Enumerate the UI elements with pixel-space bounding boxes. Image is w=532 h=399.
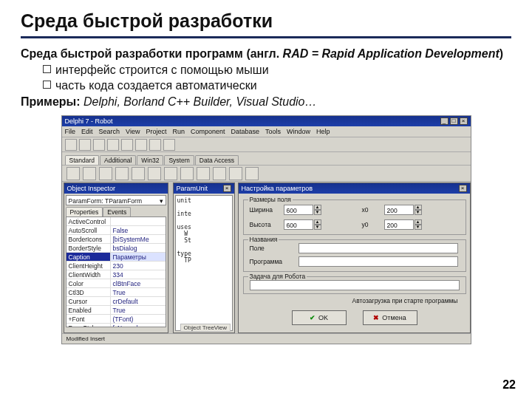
menu-item[interactable]: Help (316, 126, 330, 137)
oi-prop-value[interactable]: False (111, 226, 166, 234)
component-icon[interactable] (132, 167, 145, 180)
check-icon: ✔ (310, 314, 316, 321)
oi-row[interactable]: CaptionПараметры (66, 253, 166, 262)
component-icon[interactable] (245, 167, 259, 180)
inp-prog[interactable] (299, 256, 458, 267)
inp-y0[interactable]: 200 (384, 219, 414, 230)
oi-row[interactable]: ColorclBtnFace (66, 279, 166, 288)
menu-item[interactable]: Search (99, 126, 120, 137)
oi-prop-value[interactable]: (TFont) (111, 315, 166, 323)
oi-row[interactable]: BorderIcons[biSystemMe (66, 235, 166, 244)
ide-title-text: Delphi 7 - Robot (65, 116, 113, 126)
oi-prop-value[interactable]: clBtnFace (111, 279, 166, 287)
toolbar-button[interactable] (121, 139, 133, 151)
toolbar-button[interactable] (79, 139, 91, 151)
oi-prop-name: BorderIcons (66, 235, 111, 243)
component-icon[interactable] (148, 167, 161, 180)
close-icon[interactable]: × (223, 185, 231, 192)
oi-prop-value[interactable]: [biSystemMe (111, 235, 166, 243)
ok-button[interactable]: ✔ OK (292, 310, 347, 325)
group-size: Размеры поля Ширина 600 ▲▼ x0 200 ▲▼ Выс… (243, 200, 466, 235)
lbl-autoload[interactable]: Автозагрузка при старте программы (352, 297, 458, 304)
code-title: ParamUnit (177, 183, 208, 194)
inp-field[interactable] (299, 243, 458, 253)
menu-item[interactable]: View (126, 126, 140, 137)
oi-prop-name: ActiveControl (66, 217, 111, 225)
toolbar-button[interactable] (93, 139, 105, 151)
tab-standard[interactable]: Standard (65, 155, 100, 165)
tab-properties[interactable]: Properties (66, 207, 103, 216)
oi-row[interactable]: EnabledTrue (66, 306, 166, 315)
menu-item[interactable]: Project (146, 126, 166, 137)
oi-row[interactable]: AutoScrollFalse (66, 226, 166, 235)
tab-win32[interactable]: Win32 (137, 155, 163, 165)
cross-icon: ✖ (373, 314, 379, 321)
close-icon[interactable]: × (459, 185, 467, 192)
component-icon[interactable] (99, 167, 112, 180)
spin-width[interactable]: ▲▼ (314, 205, 321, 215)
component-icon[interactable] (164, 167, 177, 180)
toolbar-button[interactable] (107, 139, 119, 151)
oi-prop-value[interactable]: True (111, 306, 166, 314)
examples-list: Delphi, Borland C++ Builder, Visual Stud… (81, 95, 317, 108)
inp-width[interactable]: 600 (284, 205, 313, 215)
cancel-button[interactable]: ✖ Отмена (363, 310, 417, 325)
component-icon[interactable] (213, 167, 226, 180)
toolbar-button[interactable] (65, 139, 77, 151)
component-icon[interactable] (180, 167, 194, 180)
oi-row[interactable]: Ctl3DTrue (66, 288, 166, 297)
toolbar-button[interactable] (163, 139, 175, 151)
component-icon[interactable] (115, 167, 129, 180)
group-task: Задача для Робота (243, 276, 466, 294)
component-icon[interactable] (66, 167, 80, 180)
oi-row[interactable]: +Font(TFont) (66, 315, 166, 324)
inp-task[interactable] (250, 280, 460, 290)
oi-prop-value[interactable]: bsDialog (111, 244, 166, 252)
component-icon[interactable] (197, 167, 210, 180)
bullet-box-icon (43, 65, 51, 73)
tab-additional[interactable]: Additional (100, 155, 136, 165)
oi-property-grid[interactable]: ActiveControlAutoScrollFalseBorderIcons[… (66, 216, 166, 327)
menu-item[interactable]: Database (231, 126, 259, 137)
oi-row[interactable]: ActiveControl (66, 217, 166, 226)
spin-x0[interactable]: ▲▼ (415, 205, 422, 215)
component-tabs: Standard Additional Win32 System Data Ac… (62, 152, 471, 166)
menu-item[interactable]: Component (191, 126, 225, 137)
cancel-label: Отмена (382, 314, 406, 321)
menu-item[interactable]: Tools (265, 126, 281, 137)
code-text[interactable]: unit inte uses W St type TP (175, 195, 233, 331)
tab-dataaccess[interactable]: Data Access (195, 155, 239, 165)
menu-item[interactable]: Run (172, 126, 185, 137)
oi-row[interactable]: ClientWidth334 (66, 270, 166, 279)
menu-item[interactable]: Window (287, 126, 310, 137)
spin-y0[interactable]: ▲▼ (415, 219, 422, 230)
toolbar-button[interactable] (135, 139, 147, 151)
minimize-icon[interactable]: _ (440, 117, 449, 125)
toolbar-button[interactable] (149, 139, 161, 151)
oi-row[interactable]: FormStylefsNormal (66, 324, 166, 327)
inp-height[interactable]: 600 (284, 219, 313, 230)
oi-component-select[interactable]: ParamForm: TParamForm ▾ (66, 195, 166, 205)
oi-row[interactable]: BorderStylebsDialog (66, 244, 166, 253)
oi-prop-value[interactable]: fsNormal (111, 324, 166, 327)
close-icon[interactable]: × (460, 117, 468, 125)
inp-x0[interactable]: 200 (384, 205, 414, 215)
oi-prop-value[interactable] (111, 217, 166, 225)
chevron-down-icon: ▾ (160, 196, 163, 205)
spin-height[interactable]: ▲▼ (314, 219, 321, 230)
oi-prop-value[interactable]: Параметры (111, 253, 166, 261)
oi-row[interactable]: CursorcrDefault (66, 297, 166, 306)
oi-prop-value[interactable]: 334 (111, 270, 166, 279)
oi-prop-value[interactable]: crDefault (111, 297, 166, 305)
menu-item[interactable]: File (65, 126, 76, 137)
component-icon[interactable] (229, 167, 242, 180)
tab-system[interactable]: System (164, 155, 194, 165)
oi-row[interactable]: ClientHeight230 (66, 262, 166, 270)
oi-prop-value[interactable]: True (111, 288, 166, 296)
oi-prop-value[interactable]: 230 (111, 262, 166, 270)
group-size-label: Размеры поля (248, 196, 293, 203)
component-icon[interactable] (83, 167, 96, 180)
menu-item[interactable]: Edit (81, 126, 93, 137)
maximize-icon[interactable]: □ (450, 117, 458, 125)
tab-events[interactable]: Events (103, 207, 131, 216)
